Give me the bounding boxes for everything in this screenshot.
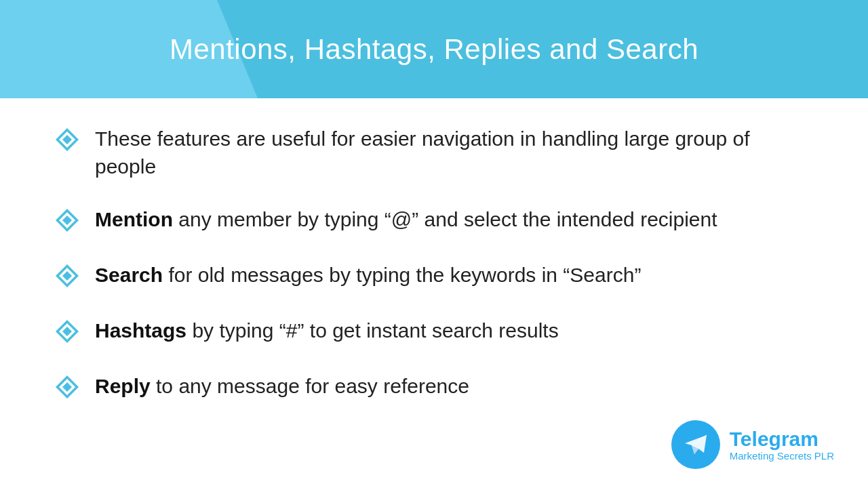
bullet-text-5: Reply to any message for easy reference — [95, 373, 469, 401]
diamond-icon-4 — [54, 319, 88, 347]
telegram-logo-circle — [671, 420, 720, 469]
bullet-item-4: Hashtags by typing “#” to get instant se… — [54, 317, 814, 347]
logo-text-block: Telegram Marketing Secrets PLR — [730, 428, 834, 462]
logo-title: Telegram — [730, 428, 834, 450]
bullet-item-5: Reply to any message for easy reference — [54, 373, 814, 403]
bullet-text-4: Hashtags by typing “#” to get instant se… — [95, 317, 559, 345]
bullet-bold-4: Hashtags — [95, 319, 186, 342]
bullet-text-2: Mention any member by typing “@” and sel… — [95, 206, 717, 234]
logo-subtitle: Marketing Secrets PLR — [730, 450, 834, 462]
bullet-text-3: Search for old messages by typing the ke… — [95, 262, 641, 289]
bullet-bold-2: Mention — [95, 208, 173, 230]
bullet-text-1: These features are useful for easier nav… — [95, 125, 814, 180]
slide: Mentions, Hashtags, Replies and Search T… — [0, 0, 868, 488]
bullet-bold-5: Reply — [95, 375, 151, 397]
bullet-item-2: Mention any member by typing “@” and sel… — [54, 206, 814, 236]
logo-area: Telegram Marketing Secrets PLR — [671, 420, 834, 469]
slide-title: Mentions, Hashtags, Replies and Search — [170, 33, 698, 66]
bullet-bold-3: Search — [95, 264, 163, 286]
bullet-item-3: Search for old messages by typing the ke… — [54, 262, 814, 291]
slide-content: These features are useful for easier nav… — [0, 98, 868, 442]
diamond-icon-5 — [54, 374, 88, 403]
diamond-icon-3 — [54, 263, 88, 291]
slide-header: Mentions, Hashtags, Replies and Search — [0, 0, 868, 98]
bullet-item-1: These features are useful for easier nav… — [54, 125, 814, 180]
diamond-icon-2 — [54, 207, 88, 236]
diamond-icon-1 — [54, 127, 88, 155]
